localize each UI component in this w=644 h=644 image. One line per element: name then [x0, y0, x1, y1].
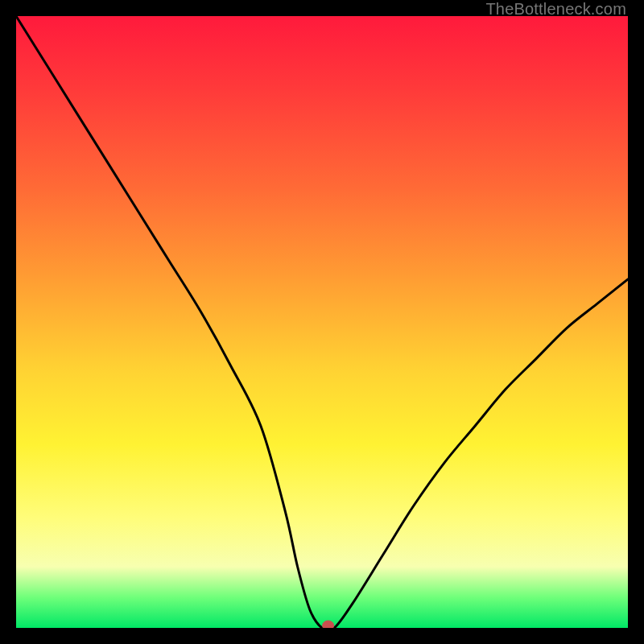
bottleneck-curve: [16, 16, 628, 628]
chart-frame: TheBottleneck.com: [0, 0, 644, 644]
watermark-text: TheBottleneck.com: [485, 0, 626, 19]
marker-dot: [323, 621, 334, 628]
plot-area: [16, 16, 628, 628]
chart-svg: [16, 16, 628, 628]
